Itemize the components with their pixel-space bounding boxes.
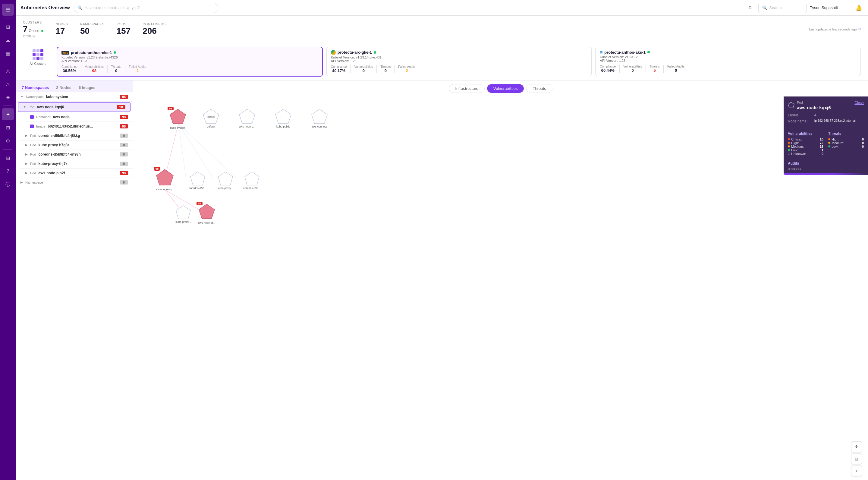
- tab-images[interactable]: 6 Images: [78, 84, 97, 92]
- pod-kube-proxy-b7g8z[interactable]: ▶ Pod kube-proxy-b7g8z 0: [21, 141, 133, 150]
- cluster-meta-gke: Kubelet Version: v1.23.14-gke.401 API Ve…: [331, 56, 587, 63]
- vulnerabilities-stat-aks: Vulnerabilities 0: [623, 65, 642, 73]
- containers-value: 206: [143, 26, 165, 36]
- threat-low-dot: [828, 145, 830, 147]
- nav-controls: ✛ ⊡ +: [851, 442, 862, 476]
- node-kubepublic[interactable]: kube-public: [275, 109, 292, 128]
- stat-namespaces: Namespaces 50: [80, 22, 104, 36]
- scroll-indicator: [784, 173, 868, 175]
- namespace-collapsed[interactable]: ▶ Namespace 0: [16, 178, 133, 187]
- namespace-kube-system[interactable]: ▼ Namespace kube-system 98: [16, 92, 133, 101]
- vuln-critical: Critical: 10: [788, 138, 824, 141]
- badge-icon[interactable]: ◈: [2, 91, 14, 103]
- tab-threats[interactable]: Threats: [526, 84, 552, 93]
- online-dot: [41, 30, 43, 32]
- info-icon[interactable]: ⓘ: [2, 179, 14, 190]
- vuln-gke: 0: [354, 68, 373, 73]
- kubernetes-icon[interactable]: ✦: [2, 108, 14, 120]
- tab-namespaces[interactable]: 7 Namespaces: [21, 84, 50, 92]
- search-icon-main: 🔍: [78, 5, 82, 10]
- tab-infrastructure[interactable]: Infrastructure: [449, 84, 485, 93]
- alert-icon[interactable]: △: [2, 78, 14, 90]
- node-coredns-r2b[interactable]: coredns-d5b...: [243, 171, 261, 190]
- grid-cell: [33, 49, 36, 52]
- compliance-aks: 60.44%: [600, 68, 616, 73]
- pod-coredns-rn98n[interactable]: ▶ Pod coredns-d5b9bfc4-rn98n 0: [21, 150, 133, 159]
- pod-aws-node-pln2f[interactable]: ▶ Pod aws-node-pln2f 98: [21, 169, 133, 178]
- vuln-column: Critical: 10 High: 72: [788, 138, 824, 156]
- cluster-card-eks[interactable]: aws protectu-anthos-eks-1 Kubelet Versio…: [57, 47, 323, 77]
- node-gksconnect[interactable]: gks-connect: [311, 109, 328, 128]
- refresh-icon[interactable]: ↻: [858, 27, 861, 31]
- cluster-grid-icon: [33, 49, 43, 60]
- pentagon-kubeproxy-r3: [176, 205, 191, 219]
- main-search-bar[interactable]: 🔍 Have a question to ask Uptycs?: [73, 3, 218, 13]
- node-awsnode-at[interactable]: 98 aws-node-at...: [198, 204, 215, 224]
- node-kube-system[interactable]: 98 kube-system: [169, 109, 186, 130]
- notification-icon[interactable]: 🔔: [854, 3, 863, 12]
- cluster-meta-aks: Kubelet Version: v1.23.12 API Version: 1…: [600, 55, 856, 62]
- tab-nodes[interactable]: 2 Nodes: [55, 84, 73, 92]
- node-label-kubeproxy-r3: kube-proxy...: [176, 220, 191, 224]
- cluster-card-gke[interactable]: protectu-arc-gke-1 Kubelet Version: v1.2…: [327, 47, 592, 76]
- more-options-icon[interactable]: ⋮: [841, 3, 850, 12]
- pods-value: 157: [116, 26, 130, 36]
- image-602[interactable]: Image 602401143452.dkr.ecr.us... 98: [25, 122, 133, 131]
- container-name-awsnode: aws-node: [53, 115, 117, 119]
- pod-aws-node-kqxj6[interactable]: ▼ Pod aws-node-kqxj6 98: [18, 102, 130, 112]
- last-updated: Last updated a few seconds ago ↻: [809, 27, 861, 31]
- node-label-awsnodekqxj6: aws-node-kq...: [156, 188, 174, 191]
- settings-icon[interactable]: ⚙: [2, 135, 14, 147]
- threats-column: High: 0 Medium: 0: [828, 138, 864, 156]
- calendar-icon[interactable]: 🗓: [746, 3, 755, 12]
- all-clusters-card[interactable]: All Clusters: [23, 47, 53, 68]
- nav-zoom-btn[interactable]: +: [851, 466, 862, 476]
- images-tab-label: 6 Images: [79, 85, 96, 90]
- detail-divider-1: [788, 126, 864, 126]
- vulnerabilities-stat-gke: Vulnerabilities 0: [354, 65, 373, 73]
- topbar-right: 🗓 🔍 Search Tyson Supasatit ⋮ 🔔: [746, 3, 864, 13]
- nav-screenshot-btn[interactable]: ⊡: [851, 453, 862, 464]
- pentagon-coredns-r2: [190, 171, 206, 186]
- pod-name-coredns2: coredns-d5b9bfc4-rn98n: [38, 152, 117, 156]
- table-icon[interactable]: ▦: [2, 47, 14, 59]
- node-label-gksconnect: gks-connect: [312, 125, 327, 128]
- cluster-meta-eks: Kubelet Version: v1.23.9-eks-ba74326 API…: [61, 56, 318, 63]
- pod-coredns-j8kkg[interactable]: ▶ Pod coredns-d5b9bfc4-j8kkg 0: [21, 131, 133, 141]
- cloud-icon[interactable]: ☁: [2, 34, 14, 46]
- namespaces-tab-label: 7 Namespaces: [22, 85, 49, 90]
- node-default[interactable]: default default: [203, 109, 219, 128]
- close-button[interactable]: Close: [855, 101, 864, 105]
- chevron-down-icon-pod: ▼: [23, 105, 26, 109]
- node-awsnodekqxj6[interactable]: 98 aws-node-kq...: [156, 169, 174, 191]
- shield-icon[interactable]: ◬: [2, 64, 14, 77]
- container-aws-node[interactable]: Container aws-node 98: [25, 113, 133, 122]
- svg-marker-12: [156, 170, 173, 185]
- node-kubeproxy-r3[interactable]: kube-proxy...: [176, 205, 191, 224]
- cluster-card-aks[interactable]: ⊞ protectu-anthos-aks-1 Kubelet Version:…: [595, 47, 861, 76]
- svg-line-3: [179, 124, 236, 178]
- nav-compass-btn[interactable]: ✛: [851, 442, 862, 452]
- threats-stat-gke: Threats 0: [380, 65, 391, 73]
- help-icon[interactable]: ?: [2, 165, 14, 177]
- node-awsnodec[interactable]: aws-node-c...: [239, 109, 255, 128]
- pod-kube-proxy-thj7z[interactable]: ▶ Pod kube-proxy-thj7z 0: [21, 159, 133, 169]
- chevron-right-icon-3: ▶: [25, 153, 28, 156]
- ns-badge-kubesystem: 98: [120, 95, 128, 99]
- menu-icon[interactable]: ☰: [2, 4, 14, 16]
- node-coredns-r2[interactable]: coredns-d5b...: [189, 171, 207, 190]
- dashboard-icon[interactable]: ⊞: [2, 21, 14, 33]
- threat-low-count: 0: [862, 145, 864, 148]
- plugin-icon[interactable]: ⊟: [2, 152, 14, 164]
- chart-icon[interactable]: ⊞: [2, 121, 14, 133]
- aws-logo: aws: [61, 51, 69, 55]
- stat-pods: Pods 157: [116, 22, 130, 36]
- node-kubeproxy-r2[interactable]: kube-proxy...: [218, 171, 233, 190]
- search-bar[interactable]: 🔍 Search: [758, 3, 807, 13]
- vuln-threats-grid: Vulnerabilities Threats Critical: 10: [788, 128, 864, 156]
- cluster-name-gke: protectu-arc-gke-1: [331, 50, 587, 55]
- svg-marker-14: [218, 172, 233, 185]
- tab-vulnerabilities[interactable]: Vulnerabilities: [487, 84, 524, 93]
- pod-label-4: Pod: [30, 153, 36, 156]
- compliance-gke: 40.17%: [331, 68, 347, 73]
